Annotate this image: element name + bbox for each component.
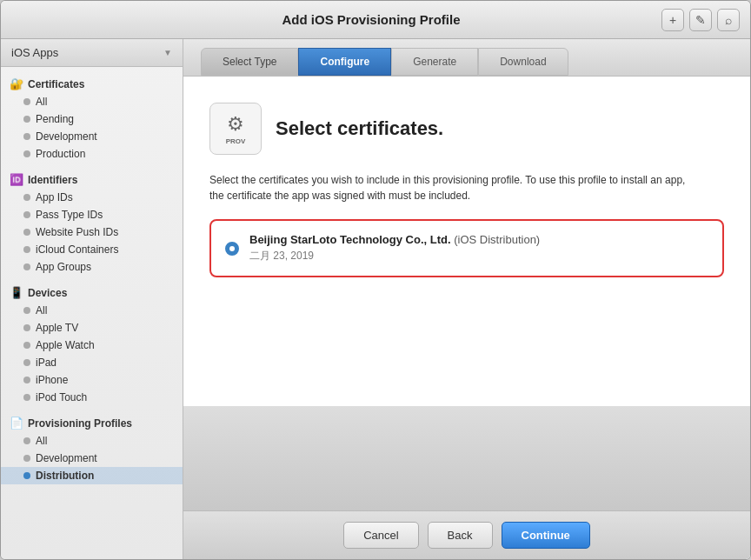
cert-name: Beijing StarLoto Technology Co., Ltd. (i… [249, 233, 540, 246]
sidebar-item-devices-all[interactable]: All [1, 302, 183, 319]
sidebar-item-apple-tv[interactable]: Apple TV [1, 319, 183, 337]
cert-company: Beijing StarLoto Technology Co., Ltd. [249, 233, 451, 246]
dot-icon [23, 116, 30, 123]
dot-icon [23, 437, 30, 444]
certificate-list: Beijing StarLoto Technology Co., Ltd. (i… [209, 219, 724, 277]
tab-select-type[interactable]: Select Type [201, 48, 298, 76]
sidebar-item-cert-pending[interactable]: Pending [1, 110, 183, 128]
sidebar-item-ipad[interactable]: iPad [1, 354, 183, 371]
certificate-item[interactable]: Beijing StarLoto Technology Co., Ltd. (i… [211, 221, 722, 276]
titlebar-icons: + ✎ ⌕ [661, 9, 740, 31]
main-window: Add iOS Provisioning Profile + ✎ ⌕ iOS A… [0, 0, 751, 560]
cert-all-label: All [36, 96, 47, 108]
dot-icon-active [23, 472, 30, 479]
sidebar-item-app-groups[interactable]: App Groups [1, 258, 183, 276]
dot-icon [23, 377, 30, 383]
iphone-label: iPhone [36, 374, 68, 386]
dot-icon [23, 455, 30, 462]
app-groups-label: App Groups [36, 261, 91, 273]
edit-icon-btn[interactable]: ✎ [689, 9, 712, 31]
cert-production-label: Production [36, 148, 85, 160]
sidebar-item-ipod-touch[interactable]: iPod Touch [1, 389, 183, 406]
devices-section-header: 📱 Devices [1, 281, 183, 302]
prov-icon: ⚙ PROV [209, 103, 262, 155]
sidebar-item-icloud-containers[interactable]: iCloud Containers [1, 241, 183, 258]
dot-icon [23, 359, 30, 366]
sidebar-item-pass-type-ids[interactable]: Pass Type IDs [1, 206, 183, 223]
sidebar: iOS Apps ▼ 🔐 Certificates All Pending [1, 39, 183, 559]
ios-apps-dropdown[interactable]: iOS Apps ▼ [1, 39, 183, 67]
dot-icon [23, 229, 30, 236]
provisioning-profiles-label: Provisioning Profiles [28, 417, 132, 430]
chevron-down-icon: ▼ [163, 48, 172, 57]
step-tabs: Select Type Configure Generate Download [183, 39, 750, 77]
continue-button[interactable]: Continue [502, 522, 590, 549]
content-footer-area [183, 406, 750, 510]
prov-icon-label: PROV [226, 137, 246, 145]
sidebar-item-cert-production[interactable]: Production [1, 145, 183, 163]
add-icon-btn[interactable]: + [661, 9, 684, 31]
section-heading: Select certificates. [276, 117, 443, 140]
devices-label: Devices [28, 287, 67, 299]
footer: Cancel Back Continue [183, 510, 750, 559]
icloud-containers-label: iCloud Containers [36, 243, 118, 256]
sidebar-section-certificates: 🔐 Certificates All Pending Development [1, 72, 183, 163]
app-ids-label: App IDs [36, 191, 73, 203]
cert-pending-label: Pending [36, 113, 74, 125]
sidebar-item-profiles-distribution[interactable]: Distribution [1, 467, 183, 484]
sidebar-item-website-push-ids[interactable]: Website Push IDs [1, 223, 183, 241]
certificates-section-header: 🔐 Certificates [1, 72, 183, 93]
content-body: ⚙ PROV Select certificates. Select the c… [183, 77, 750, 406]
sidebar-item-apple-watch[interactable]: Apple Watch [1, 337, 183, 354]
sidebar-item-profiles-development[interactable]: Development [1, 450, 183, 467]
cert-info: Beijing StarLoto Technology Co., Ltd. (i… [249, 233, 540, 263]
content-description: Select the certificates you wish to incl… [209, 172, 696, 203]
sidebar-item-cert-development[interactable]: Development [1, 128, 183, 145]
profiles-distribution-label: Distribution [36, 470, 94, 482]
devices-all-label: All [36, 304, 47, 317]
sidebar-section-provisioning-profiles: 📄 Provisioning Profiles All Development … [1, 411, 183, 484]
identifiers-section-header: 🆔 Identifiers [1, 168, 183, 189]
profiles-all-label: All [36, 435, 47, 447]
dot-icon [23, 307, 30, 314]
sidebar-item-cert-all[interactable]: All [1, 93, 183, 110]
tab-configure[interactable]: Configure [298, 48, 391, 76]
dot-icon [23, 342, 30, 349]
cert-radio-selected [225, 242, 239, 256]
dot-icon [23, 324, 30, 331]
provisioning-profiles-section-header: 📄 Provisioning Profiles [1, 411, 183, 432]
dot-icon [23, 194, 30, 201]
cancel-button[interactable]: Cancel [343, 522, 418, 549]
apple-tv-label: Apple TV [36, 322, 78, 334]
devices-icon: 📱 [10, 286, 23, 299]
sidebar-item-app-ids[interactable]: App IDs [1, 189, 183, 206]
profile-icon: 📄 [10, 417, 23, 430]
profiles-development-label: Development [36, 452, 97, 464]
certificate-icon: 🔐 [10, 77, 23, 90]
dot-icon [23, 150, 30, 157]
search-icon-btn[interactable]: ⌕ [717, 9, 740, 31]
window-title: Add iOS Provisioning Profile [81, 12, 661, 27]
titlebar: Add iOS Provisioning Profile + ✎ ⌕ [1, 1, 750, 39]
tab-generate[interactable]: Generate [391, 48, 478, 76]
dot-icon [23, 394, 30, 401]
cert-type: (iOS Distribution) [454, 233, 540, 246]
sidebar-section-devices: 📱 Devices All Apple TV Apple Watch [1, 281, 183, 406]
back-button[interactable]: Back [428, 522, 493, 549]
content-area: Select Type Configure Generate Download … [183, 39, 750, 559]
dot-icon [23, 211, 30, 218]
dot-icon [23, 263, 30, 270]
main-content: iOS Apps ▼ 🔐 Certificates All Pending [1, 39, 750, 559]
ipod-touch-label: iPod Touch [36, 391, 87, 403]
website-push-ids-label: Website Push IDs [36, 226, 118, 238]
cert-radio-inner [229, 246, 235, 251]
sidebar-section-identifiers: 🆔 Identifiers App IDs Pass Type IDs Webs… [1, 168, 183, 276]
section-header: ⚙ PROV Select certificates. [209, 103, 724, 155]
ipad-label: iPad [36, 357, 56, 369]
identifiers-label: Identifiers [28, 174, 77, 186]
tab-download[interactable]: Download [478, 48, 568, 76]
dot-icon [23, 98, 30, 105]
dropdown-label: iOS Apps [11, 46, 58, 59]
sidebar-item-iphone[interactable]: iPhone [1, 371, 183, 389]
sidebar-item-profiles-all[interactable]: All [1, 432, 183, 450]
